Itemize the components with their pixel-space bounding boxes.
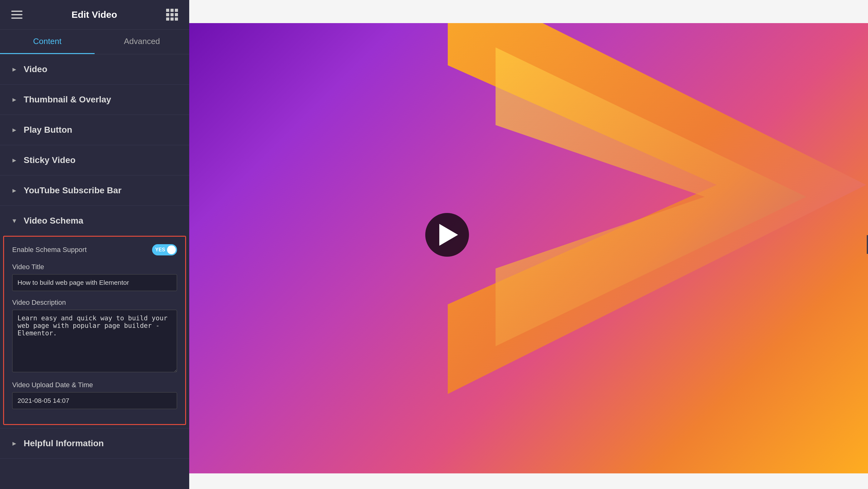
chevron-right-icon: ► (11, 96, 18, 103)
video-title-label: Video Title (12, 263, 177, 271)
video-schema-header[interactable]: ▼ Video Schema (0, 206, 189, 236)
play-button[interactable] (425, 213, 469, 257)
video-date-label: Video Upload Date & Time (12, 381, 177, 389)
main-content (189, 0, 868, 489)
enable-schema-toggle[interactable]: YES (152, 244, 177, 255)
sidebar-item-thumbnail-label: Thumbnail & Overlay (24, 95, 111, 104)
sidebar-item-video-label: Video (24, 64, 48, 74)
chevron-right-icon: ► (11, 157, 18, 164)
tab-content[interactable]: Content (0, 30, 95, 54)
sidebar-item-sticky-video[interactable]: ► Sticky Video (0, 145, 189, 176)
chevron-right-icon: ► (11, 187, 18, 194)
sidebar-item-youtube-label: YouTube Subscribe Bar (24, 185, 121, 195)
toggle-yes-text: YES (155, 247, 165, 253)
video-background (189, 0, 868, 489)
schema-form: Enable Schema Support YES Video Title (3, 236, 186, 425)
enable-schema-row: Enable Schema Support YES (12, 244, 177, 255)
sidebar-item-thumbnail-overlay[interactable]: ► Thumbnail & Overlay (0, 85, 189, 115)
play-icon (439, 224, 458, 246)
sidebar-item-helpful-info[interactable]: ► Helpful Information (0, 428, 189, 459)
sidebar-item-video[interactable]: ► Video (0, 54, 189, 85)
chevron-down-icon: ▼ (11, 217, 18, 224)
video-date-input[interactable] (12, 392, 177, 409)
sidebar-item-play-button[interactable]: ► Play Button (0, 115, 189, 145)
sidebar-item-helpful-label: Helpful Information (24, 438, 104, 449)
sidebar-item-play-button-label: Play Button (24, 125, 72, 135)
video-date-row: Video Upload Date & Time (12, 381, 177, 409)
enable-schema-label: Enable Schema Support (12, 246, 87, 254)
collapse-handle[interactable]: ❮ (867, 235, 868, 254)
sidebar-item-youtube-subscribe[interactable]: ► YouTube Subscribe Bar (0, 176, 189, 206)
toggle-thumb (167, 245, 176, 254)
video-title-input[interactable] (12, 274, 177, 291)
tab-advanced[interactable]: Advanced (95, 30, 189, 54)
video-description-textarea[interactable]: Learn easy and quick way to build your w… (12, 310, 177, 372)
grid-icon[interactable] (166, 9, 178, 21)
hamburger-icon[interactable] (11, 11, 23, 19)
bottom-bar (189, 473, 868, 489)
page-title: Edit Video (71, 9, 117, 20)
sidebar: Edit Video Content Advanced ► Video ► Th… (0, 0, 189, 489)
video-preview (189, 0, 868, 489)
chevron-right-icon: ► (11, 126, 18, 134)
top-bar (189, 0, 868, 23)
sidebar-header: Edit Video (0, 0, 189, 30)
video-description-label: Video Description (12, 299, 177, 307)
section-list: ► Video ► Thumbnail & Overlay ► Play But… (0, 54, 189, 489)
chevron-right-icon: ► (11, 66, 18, 73)
video-description-row: Video Description Learn easy and quick w… (12, 299, 177, 373)
video-title-row: Video Title (12, 263, 177, 291)
chevron-right-icon: ► (11, 440, 18, 447)
tabs: Content Advanced (0, 30, 189, 54)
sidebar-item-sticky-video-label: Sticky Video (24, 155, 75, 165)
sidebar-item-video-schema: ▼ Video Schema Enable Schema Support YES (0, 206, 189, 428)
video-schema-label: Video Schema (24, 216, 83, 226)
